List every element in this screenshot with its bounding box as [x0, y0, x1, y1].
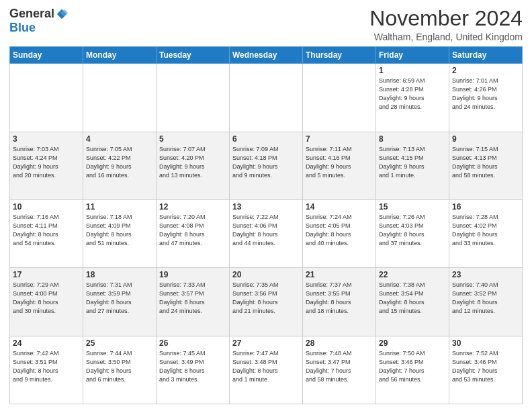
day-number: 6: [232, 134, 300, 144]
calendar-day: 26Sunrise: 7:45 AM Sunset: 3:49 PM Dayli…: [157, 336, 230, 404]
day-detail: Sunrise: 7:24 AM Sunset: 4:05 PM Dayligh…: [306, 213, 373, 248]
day-detail: Sunrise: 7:26 AM Sunset: 4:03 PM Dayligh…: [379, 213, 446, 248]
calendar-day: 22Sunrise: 7:38 AM Sunset: 3:54 PM Dayli…: [376, 268, 449, 336]
calendar-day: 30Sunrise: 7:52 AM Sunset: 3:46 PM Dayli…: [449, 336, 523, 404]
calendar-day: [10, 64, 83, 132]
day-number: 11: [86, 202, 153, 212]
day-number: 5: [159, 134, 226, 144]
day-number: 26: [159, 338, 226, 348]
calendar-table: Sunday Monday Tuesday Wednesday Thursday…: [9, 46, 523, 404]
header-wednesday: Wednesday: [230, 47, 303, 64]
day-detail: Sunrise: 7:31 AM Sunset: 3:59 PM Dayligh…: [86, 281, 153, 316]
day-detail: Sunrise: 7:48 AM Sunset: 3:47 PM Dayligh…: [306, 349, 373, 384]
day-detail: Sunrise: 7:28 AM Sunset: 4:02 PM Dayligh…: [452, 213, 519, 248]
calendar-day: [303, 64, 376, 132]
calendar-day: 18Sunrise: 7:31 AM Sunset: 3:59 PM Dayli…: [83, 268, 157, 336]
day-number: 8: [379, 134, 446, 144]
day-detail: Sunrise: 7:40 AM Sunset: 3:52 PM Dayligh…: [452, 281, 519, 316]
day-number: 2: [452, 66, 519, 75]
day-detail: Sunrise: 7:38 AM Sunset: 3:54 PM Dayligh…: [379, 281, 446, 316]
day-number: 25: [86, 338, 153, 348]
calendar-day: 5Sunrise: 7:07 AM Sunset: 4:20 PM Daylig…: [157, 132, 230, 199]
month-title: November 2024: [369, 7, 523, 30]
calendar-day: 28Sunrise: 7:48 AM Sunset: 3:47 PM Dayli…: [303, 336, 376, 404]
day-detail: Sunrise: 7:16 AM Sunset: 4:11 PM Dayligh…: [13, 213, 80, 248]
day-detail: Sunrise: 7:15 AM Sunset: 4:13 PM Dayligh…: [452, 145, 519, 180]
location: Waltham, England, United Kingdom: [369, 32, 523, 42]
calendar-day: 27Sunrise: 7:47 AM Sunset: 3:48 PM Dayli…: [230, 336, 303, 404]
day-number: 12: [159, 202, 226, 212]
calendar-day: 9Sunrise: 7:15 AM Sunset: 4:13 PM Daylig…: [449, 132, 523, 199]
calendar-day: 12Sunrise: 7:20 AM Sunset: 4:08 PM Dayli…: [157, 199, 230, 267]
day-detail: Sunrise: 7:05 AM Sunset: 4:22 PM Dayligh…: [86, 145, 153, 180]
calendar-day: 14Sunrise: 7:24 AM Sunset: 4:05 PM Dayli…: [303, 199, 376, 267]
day-detail: Sunrise: 7:52 AM Sunset: 3:46 PM Dayligh…: [452, 349, 519, 384]
day-detail: Sunrise: 7:13 AM Sunset: 4:15 PM Dayligh…: [379, 145, 446, 180]
day-detail: Sunrise: 7:47 AM Sunset: 3:48 PM Dayligh…: [232, 349, 300, 384]
calendar-day: 4Sunrise: 7:05 AM Sunset: 4:22 PM Daylig…: [83, 132, 157, 199]
day-number: 13: [232, 202, 300, 212]
calendar-week-row-4: 17Sunrise: 7:29 AM Sunset: 4:00 PM Dayli…: [10, 268, 523, 336]
calendar-day: 16Sunrise: 7:28 AM Sunset: 4:02 PM Dayli…: [449, 199, 523, 267]
day-number: 28: [306, 338, 373, 348]
day-number: 14: [306, 202, 373, 212]
calendar-day: 8Sunrise: 7:13 AM Sunset: 4:15 PM Daylig…: [376, 132, 449, 199]
day-detail: Sunrise: 7:22 AM Sunset: 4:06 PM Dayligh…: [232, 213, 300, 248]
day-number: 30: [452, 338, 519, 348]
header-tuesday: Tuesday: [157, 47, 230, 64]
day-number: 22: [379, 270, 446, 279]
calendar-day: 10Sunrise: 7:16 AM Sunset: 4:11 PM Dayli…: [10, 199, 83, 267]
logo: General Blue: [9, 7, 68, 35]
day-number: 1: [379, 66, 446, 75]
day-number: 29: [379, 338, 446, 348]
day-number: 10: [13, 202, 80, 212]
day-number: 7: [306, 134, 373, 144]
calendar-day: 29Sunrise: 7:50 AM Sunset: 3:46 PM Dayli…: [376, 336, 449, 404]
calendar-day: 1Sunrise: 6:59 AM Sunset: 4:28 PM Daylig…: [376, 64, 449, 132]
day-detail: Sunrise: 7:35 AM Sunset: 3:56 PM Dayligh…: [232, 281, 300, 316]
day-detail: Sunrise: 7:42 AM Sunset: 3:51 PM Dayligh…: [13, 349, 80, 384]
day-number: 4: [86, 134, 153, 144]
header-friday: Friday: [376, 47, 449, 64]
day-detail: Sunrise: 7:18 AM Sunset: 4:09 PM Dayligh…: [86, 213, 153, 248]
calendar-week-row-1: 1Sunrise: 6:59 AM Sunset: 4:28 PM Daylig…: [10, 64, 523, 132]
header-thursday: Thursday: [303, 47, 376, 64]
calendar-week-row-5: 24Sunrise: 7:42 AM Sunset: 3:51 PM Dayli…: [10, 336, 523, 404]
calendar-day: 2Sunrise: 7:01 AM Sunset: 4:26 PM Daylig…: [449, 64, 523, 132]
day-number: 9: [452, 134, 519, 144]
calendar-day: 7Sunrise: 7:11 AM Sunset: 4:16 PM Daylig…: [303, 132, 376, 199]
calendar-day: [157, 64, 230, 132]
header: General Blue November 2024 Waltham, Engl…: [9, 7, 523, 42]
calendar-day: 3Sunrise: 7:03 AM Sunset: 4:24 PM Daylig…: [10, 132, 83, 199]
calendar-day: 24Sunrise: 7:42 AM Sunset: 3:51 PM Dayli…: [10, 336, 83, 404]
logo-icon: [56, 8, 68, 20]
calendar-day: [230, 64, 303, 132]
calendar-day: 23Sunrise: 7:40 AM Sunset: 3:52 PM Dayli…: [449, 268, 523, 336]
calendar-header-row: Sunday Monday Tuesday Wednesday Thursday…: [10, 47, 523, 64]
day-number: 3: [13, 134, 80, 144]
day-number: 18: [86, 270, 153, 279]
day-number: 17: [13, 270, 80, 279]
day-number: 20: [232, 270, 300, 279]
calendar-day: 6Sunrise: 7:09 AM Sunset: 4:18 PM Daylig…: [230, 132, 303, 199]
calendar-day: 17Sunrise: 7:29 AM Sunset: 4:00 PM Dayli…: [10, 268, 83, 336]
calendar-day: 21Sunrise: 7:37 AM Sunset: 3:55 PM Dayli…: [303, 268, 376, 336]
day-number: 15: [379, 202, 446, 212]
day-number: 16: [452, 202, 519, 212]
day-number: 23: [452, 270, 519, 279]
day-number: 19: [159, 270, 226, 279]
calendar-day: 20Sunrise: 7:35 AM Sunset: 3:56 PM Dayli…: [230, 268, 303, 336]
day-detail: Sunrise: 7:20 AM Sunset: 4:08 PM Dayligh…: [159, 213, 226, 248]
calendar-week-row-3: 10Sunrise: 7:16 AM Sunset: 4:11 PM Dayli…: [10, 199, 523, 267]
logo-general-text: General: [9, 7, 54, 21]
calendar-week-row-2: 3Sunrise: 7:03 AM Sunset: 4:24 PM Daylig…: [10, 132, 523, 199]
day-detail: Sunrise: 7:37 AM Sunset: 3:55 PM Dayligh…: [306, 281, 373, 316]
logo-blue-text: Blue: [9, 21, 36, 34]
header-sunday: Sunday: [10, 47, 83, 64]
day-detail: Sunrise: 7:44 AM Sunset: 3:50 PM Dayligh…: [86, 349, 153, 384]
day-detail: Sunrise: 7:03 AM Sunset: 4:24 PM Dayligh…: [13, 145, 80, 180]
calendar-day: 15Sunrise: 7:26 AM Sunset: 4:03 PM Dayli…: [376, 199, 449, 267]
calendar-day: 25Sunrise: 7:44 AM Sunset: 3:50 PM Dayli…: [83, 336, 157, 404]
day-detail: Sunrise: 6:59 AM Sunset: 4:28 PM Dayligh…: [379, 77, 446, 111]
page: General Blue November 2024 Waltham, Engl…: [0, 0, 532, 411]
